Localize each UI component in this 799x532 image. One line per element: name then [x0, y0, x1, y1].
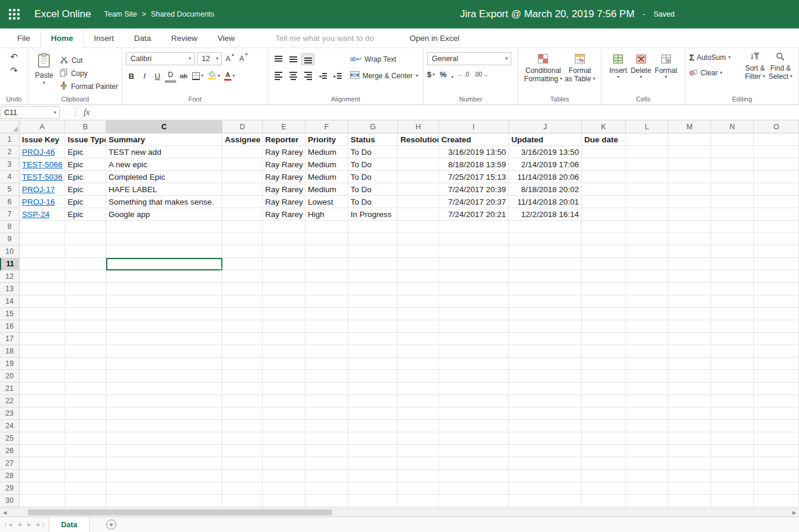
cell-J21[interactable]: [509, 383, 582, 395]
cell-N16[interactable]: [711, 320, 754, 333]
column-header-G[interactable]: G: [348, 120, 398, 133]
fx-icon[interactable]: fx: [76, 108, 97, 117]
cell-G1[interactable]: Status: [348, 133, 398, 146]
cell-I7[interactable]: 7/24/2017 20:21: [439, 208, 509, 221]
cell-G9[interactable]: [348, 233, 398, 246]
cell-H9[interactable]: [398, 233, 439, 246]
copy-button[interactable]: Copy: [60, 68, 118, 79]
cell-O29[interactable]: [754, 482, 799, 495]
cell-M6[interactable]: [669, 196, 711, 208]
cell-F6[interactable]: Lowest: [305, 196, 348, 208]
cell-C6[interactable]: Something that makes sense.: [106, 196, 222, 208]
scrollbar-thumb[interactable]: [28, 509, 332, 515]
cell-F25[interactable]: [305, 432, 348, 445]
cell-D19[interactable]: [222, 358, 263, 370]
scroll-left-icon[interactable]: ◀: [0, 508, 9, 517]
cell-A2[interactable]: PROJ-46: [20, 146, 65, 158]
cell-C8[interactable]: [106, 221, 222, 233]
cell-C2[interactable]: TEST new add: [106, 146, 222, 158]
cell-F13[interactable]: [305, 283, 348, 295]
row-header-18[interactable]: 18: [0, 345, 20, 358]
cell-A3[interactable]: TEST-5066: [20, 158, 65, 171]
cell-A21[interactable]: [20, 383, 65, 395]
grow-font-button[interactable]: A▴: [224, 52, 235, 65]
row-header-24[interactable]: 24: [0, 420, 20, 432]
cell-E6[interactable]: Ray Rarey: [263, 196, 305, 208]
cell-O27[interactable]: [754, 457, 799, 470]
cell-K16[interactable]: [582, 320, 626, 333]
previous-sheet-button[interactable]: ◀: [15, 522, 24, 527]
cell-K21[interactable]: [582, 383, 626, 395]
cell-L13[interactable]: [626, 283, 669, 295]
cell-K20[interactable]: [582, 370, 626, 383]
tab-insert[interactable]: Insert: [84, 28, 124, 47]
cell-E15[interactable]: [263, 308, 305, 320]
cell-M27[interactable]: [669, 457, 711, 470]
cell-N19[interactable]: [711, 358, 754, 370]
cell-O23[interactable]: [754, 407, 799, 420]
cell-H13[interactable]: [398, 283, 439, 295]
number-format-select[interactable]: General ▾: [427, 52, 511, 65]
cell-D18[interactable]: [222, 345, 263, 358]
cell-O1[interactable]: [754, 133, 799, 146]
cell-E30[interactable]: [263, 495, 305, 507]
row-header-27[interactable]: 27: [0, 457, 20, 470]
cell-H15[interactable]: [398, 308, 439, 320]
cell-B4[interactable]: Epic: [65, 171, 106, 183]
cell-N17[interactable]: [711, 333, 754, 345]
cell-H24[interactable]: [398, 420, 439, 432]
column-header-M[interactable]: M: [669, 120, 711, 133]
cell-I10[interactable]: [439, 246, 509, 258]
cell-A13[interactable]: [20, 283, 65, 295]
underline-button[interactable]: U: [152, 69, 163, 82]
increase-decimal-button[interactable]: ←.0: [458, 71, 469, 78]
cell-L9[interactable]: [626, 233, 669, 246]
cell-B22[interactable]: [65, 395, 106, 407]
align-left-button[interactable]: [272, 70, 285, 82]
cell-B12[interactable]: [65, 270, 106, 283]
column-header-J[interactable]: J: [509, 120, 582, 133]
column-header-O[interactable]: O: [754, 120, 799, 133]
cell-O25[interactable]: [754, 432, 799, 445]
cell-F29[interactable]: [305, 482, 348, 495]
cell-L8[interactable]: [626, 221, 669, 233]
column-header-F[interactable]: F: [305, 120, 348, 133]
cell-O26[interactable]: [754, 445, 799, 457]
cell-O9[interactable]: [754, 233, 799, 246]
cell-A12[interactable]: [20, 270, 65, 283]
cell-I5[interactable]: 7/24/2017 20:39: [439, 183, 509, 196]
cell-N15[interactable]: [711, 308, 754, 320]
cell-K4[interactable]: [582, 171, 626, 183]
cell-A23[interactable]: [20, 407, 65, 420]
row-header-2[interactable]: 2: [0, 146, 20, 158]
cell-D5[interactable]: [222, 183, 263, 196]
cell-A30[interactable]: [20, 495, 65, 507]
cell-F8[interactable]: [305, 221, 348, 233]
cell-K13[interactable]: [582, 283, 626, 295]
cell-C25[interactable]: [106, 432, 222, 445]
cell-G21[interactable]: [348, 383, 398, 395]
cell-C23[interactable]: [106, 407, 222, 420]
row-header-17[interactable]: 17: [0, 333, 20, 345]
tab-review[interactable]: Review: [161, 28, 208, 47]
format-as-table-button[interactable]: Format as Table▾: [565, 53, 596, 94]
cell-J4[interactable]: 11/14/2018 20:06: [509, 171, 582, 183]
cell-E5[interactable]: Ray Rarey: [263, 183, 305, 196]
cell-H22[interactable]: [398, 395, 439, 407]
cell-I1[interactable]: Created: [439, 133, 509, 146]
cell-F3[interactable]: Medium: [305, 158, 348, 171]
cell-E24[interactable]: [263, 420, 305, 432]
row-header-4[interactable]: 4: [0, 171, 20, 183]
cell-G13[interactable]: [348, 283, 398, 295]
cell-L22[interactable]: [626, 395, 669, 407]
cell-H19[interactable]: [398, 358, 439, 370]
cell-A10[interactable]: [20, 246, 65, 258]
cell-A1[interactable]: Issue Key: [20, 133, 65, 146]
cell-J29[interactable]: [509, 482, 582, 495]
cell-E16[interactable]: [263, 320, 305, 333]
undo-icon[interactable]: ↶: [10, 52, 18, 61]
cell-B20[interactable]: [65, 370, 106, 383]
cell-E18[interactable]: [263, 345, 305, 358]
open-in-excel-button[interactable]: Open in Excel: [399, 28, 469, 47]
column-header-N[interactable]: N: [711, 120, 754, 133]
